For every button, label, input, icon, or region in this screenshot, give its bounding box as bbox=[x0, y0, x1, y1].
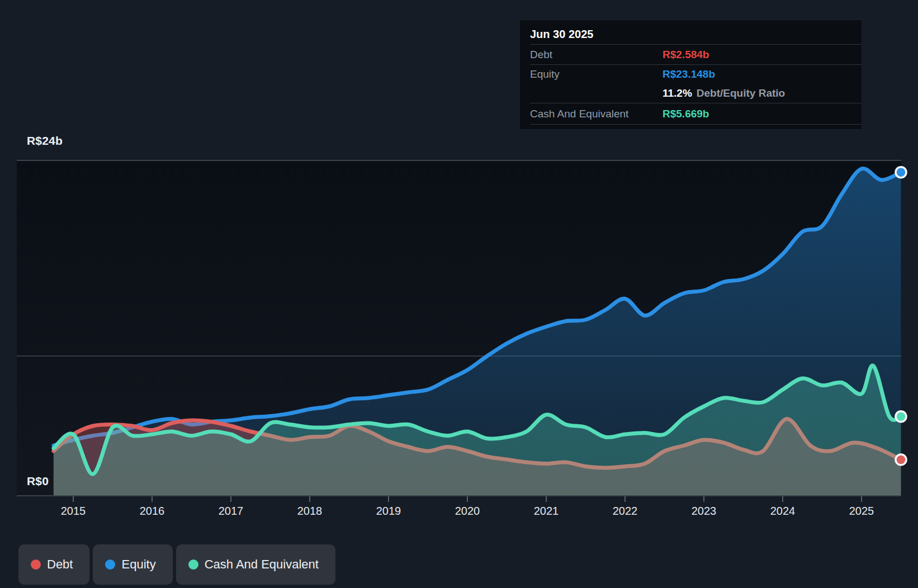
equity-series-dot-icon bbox=[105, 559, 115, 570]
legend-item-cash[interactable]: Cash And Equivalent bbox=[176, 544, 335, 585]
tooltip: Jun 30 2025 Debt R$2.584b Equity R$23.14… bbox=[520, 20, 862, 129]
legend-label-debt: Debt bbox=[47, 557, 73, 572]
tooltip-ratio-label: Debt/Equity Ratio bbox=[697, 87, 785, 99]
tooltip-equity-label: Equity bbox=[530, 68, 663, 80]
tooltip-date: Jun 30 2025 bbox=[520, 20, 862, 44]
y-axis-label-zero: R$0 bbox=[27, 475, 49, 488]
legend-item-equity[interactable]: Equity bbox=[93, 544, 172, 585]
tooltip-equity-value: R$23.148b bbox=[663, 68, 715, 80]
chart-panel: R$24b R$0 201520162017201820192020202120… bbox=[0, 0, 918, 588]
x-axis-label-2020: 2020 bbox=[442, 505, 493, 518]
debt-endpoint-marker bbox=[896, 454, 906, 465]
tooltip-row-ratio: 11.2% Debt/Equity Ratio bbox=[520, 83, 862, 103]
tooltip-debt-label: Debt bbox=[530, 49, 663, 61]
x-axis-label-2025: 2025 bbox=[836, 505, 887, 518]
equity-endpoint-marker bbox=[896, 167, 906, 178]
x-axis-label-2017: 2017 bbox=[206, 505, 256, 518]
cash-series-dot-icon bbox=[188, 559, 198, 570]
legend-item-debt[interactable]: Debt bbox=[18, 544, 89, 585]
legend-label-cash: Cash And Equivalent bbox=[205, 557, 319, 572]
tooltip-row-equity: Equity R$23.148b bbox=[520, 65, 862, 83]
legend: DebtEquityCash And Equivalent bbox=[18, 544, 335, 585]
tooltip-cash-value: R$5.669b bbox=[663, 108, 709, 120]
x-axis-label-2023: 2023 bbox=[679, 505, 729, 518]
x-axis-label-2021: 2021 bbox=[521, 505, 571, 518]
debt-series-dot-icon bbox=[31, 559, 41, 570]
cash-endpoint-marker bbox=[896, 411, 906, 422]
legend-label-equity: Equity bbox=[121, 557, 155, 572]
x-axis-label-2024: 2024 bbox=[758, 505, 808, 518]
x-axis-label-2019: 2019 bbox=[363, 505, 414, 518]
tooltip-cash-label: Cash And Equivalent bbox=[530, 108, 663, 120]
x-axis-label-2018: 2018 bbox=[285, 505, 335, 518]
x-axis-label-2016: 2016 bbox=[127, 505, 177, 518]
tooltip-debt-value: R$2.584b bbox=[663, 49, 709, 61]
tooltip-row-cash: Cash And Equivalent R$5.669b bbox=[520, 103, 862, 124]
x-axis-label-2022: 2022 bbox=[600, 505, 650, 518]
tooltip-row-debt: Debt R$2.584b bbox=[520, 45, 862, 64]
x-axis-label-2015: 2015 bbox=[48, 505, 98, 518]
y-axis-label-max: R$24b bbox=[27, 134, 63, 148]
tooltip-ratio-value: 11.2% bbox=[663, 87, 692, 99]
